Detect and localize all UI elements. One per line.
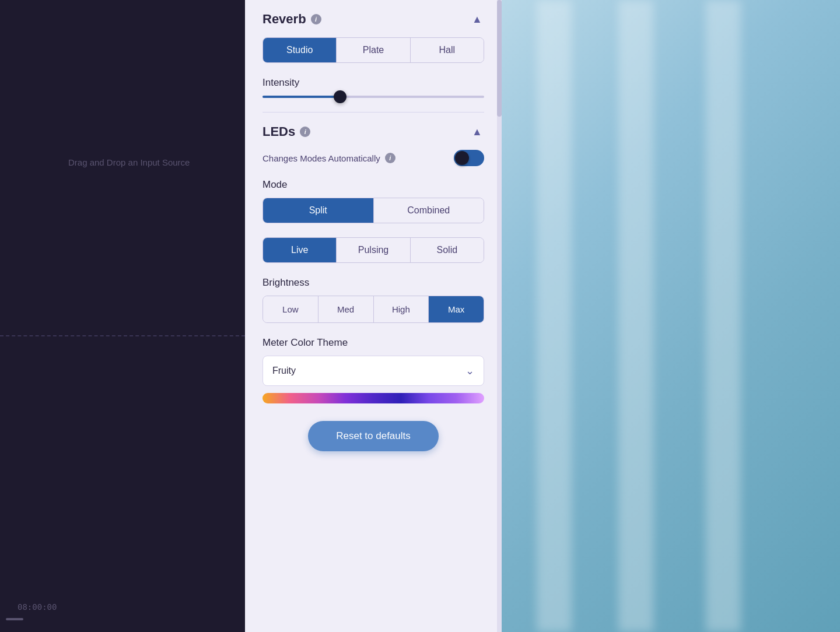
light-reflection-1 <box>537 0 572 632</box>
meter-color-theme-label: Meter Color Theme <box>262 337 484 349</box>
brightness-med-btn[interactable]: Med <box>318 296 374 322</box>
auto-mode-info-icon[interactable]: i <box>385 153 396 163</box>
auto-mode-toggle[interactable] <box>454 150 484 166</box>
reverb-title-group: Reverb i <box>262 12 321 27</box>
slider-fill <box>262 96 340 98</box>
meter-theme-value: Fruity <box>272 366 296 376</box>
brightness-label: Brightness <box>262 277 484 289</box>
leds-title-group: LEDs i <box>262 124 310 139</box>
mode-split-btn[interactable]: Split <box>263 198 374 223</box>
reverb-section-header: Reverb i ▲ <box>262 12 484 27</box>
panel-content: Reverb i ▲ Studio Plate Hall Intensity L… <box>245 0 502 632</box>
light-type-group: Live Pulsing Solid <box>262 237 484 263</box>
reverb-info-icon[interactable]: i <box>311 14 321 24</box>
leds-title: LEDs <box>262 124 295 139</box>
dashed-divider <box>0 335 245 336</box>
settings-panel: Reverb i ▲ Studio Plate Hall Intensity L… <box>245 0 502 632</box>
slider-thumb[interactable] <box>334 90 346 103</box>
mode-group: Split Combined <box>262 198 484 223</box>
intensity-label: Intensity <box>262 77 484 89</box>
slider-track <box>262 96 484 98</box>
brightness-max-btn[interactable]: Max <box>429 296 484 322</box>
intensity-slider[interactable] <box>262 96 484 98</box>
reverb-hall-btn[interactable]: Hall <box>411 38 484 62</box>
leds-section-header: LEDs i ▲ <box>262 124 484 139</box>
timestamp: 08:00:00 <box>18 602 57 612</box>
progress-indicator <box>6 618 23 620</box>
brightness-group: Low Med High Max <box>262 296 484 323</box>
mode-combined-btn[interactable]: Combined <box>374 198 484 223</box>
auto-mode-label-group: Changes Modes Automatically i <box>262 153 396 163</box>
right-panel-background <box>502 0 840 632</box>
brightness-high-btn[interactable]: High <box>374 296 429 322</box>
reverb-studio-btn[interactable]: Studio <box>263 38 337 62</box>
light-reflection-3 <box>706 0 741 632</box>
dropdown-chevron-icon: ⌄ <box>466 364 474 377</box>
leds-collapse-icon[interactable]: ▲ <box>470 125 484 139</box>
reverb-collapse-icon[interactable]: ▲ <box>470 12 484 26</box>
auto-mode-label: Changes Modes Automatically <box>262 153 380 163</box>
reverb-type-group: Studio Plate Hall <box>262 37 484 63</box>
light-live-btn[interactable]: Live <box>263 238 337 262</box>
reset-defaults-button[interactable]: Reset to defaults <box>308 421 439 451</box>
section-divider-1 <box>262 112 484 113</box>
light-solid-btn[interactable]: Solid <box>411 238 484 262</box>
reverb-title: Reverb <box>262 12 306 27</box>
brightness-low-btn[interactable]: Low <box>263 296 318 322</box>
drag-drop-hint: Drag and Drop an Input Source <box>68 157 190 167</box>
reset-btn-container: Reset to defaults <box>262 421 484 451</box>
mode-label: Mode <box>262 179 484 191</box>
toggle-knob <box>455 151 469 165</box>
left-panel: Drag and Drop an Input Source 08:00:00 <box>0 0 245 632</box>
reverb-plate-btn[interactable]: Plate <box>337 38 410 62</box>
scrollbar-thumb[interactable] <box>497 0 502 117</box>
scrollbar[interactable] <box>497 0 502 632</box>
light-pulsing-btn[interactable]: Pulsing <box>337 238 410 262</box>
auto-mode-row: Changes Modes Automatically i <box>262 150 484 166</box>
leds-info-icon[interactable]: i <box>300 127 310 137</box>
fruity-gradient-bar <box>262 393 484 403</box>
light-reflection-2 <box>618 0 653 632</box>
meter-theme-dropdown[interactable]: Fruity ⌄ <box>262 356 484 386</box>
